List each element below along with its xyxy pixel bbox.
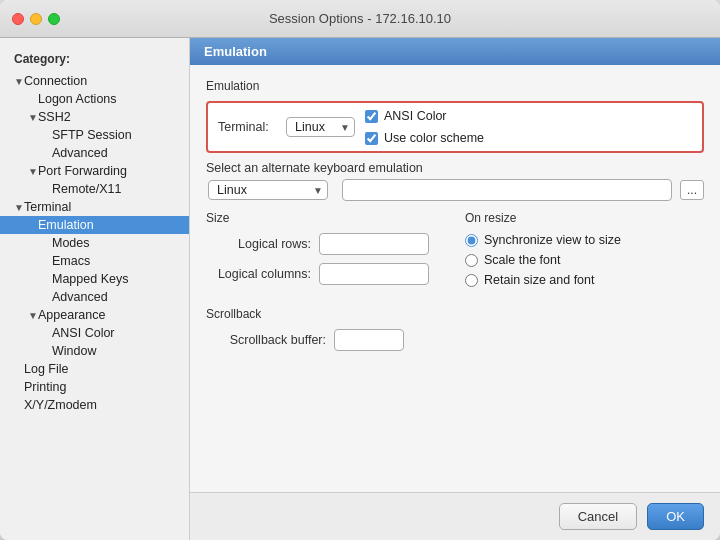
ok-button[interactable]: OK — [647, 503, 704, 530]
panel-header: Emulation — [190, 38, 720, 65]
triangle-remote — [42, 184, 52, 195]
triangle-emacs — [42, 256, 52, 267]
sidebar-item-emulation[interactable]: Emulation — [0, 216, 189, 234]
terminal-options-group: Terminal: Linux VT100 VT220 xterm ▼ — [206, 101, 704, 153]
scale-font-radio[interactable] — [465, 254, 478, 267]
sidebar-label-port-forwarding: Port Forwarding — [38, 164, 189, 178]
triangle-log — [14, 364, 24, 375]
sidebar-item-port-forwarding[interactable]: ▼ Port Forwarding — [0, 162, 189, 180]
color-options: ANSI Color Use color scheme — [365, 109, 484, 145]
triangle-window — [42, 346, 52, 357]
sidebar-item-mapped-keys[interactable]: Mapped Keys — [0, 270, 189, 288]
size-onresize-section: Size Logical rows: 24 Logical columns: 8… — [206, 211, 704, 293]
sidebar-item-sftp[interactable]: SFTP Session — [0, 126, 189, 144]
triangle-ssh2: ▼ — [28, 112, 38, 123]
alt-keyboard-label: Select an alternate keyboard emulation — [206, 161, 423, 175]
logical-rows-input[interactable]: 24 — [319, 233, 429, 255]
use-color-scheme-row: Use color scheme — [365, 131, 484, 145]
logical-cols-input[interactable]: 80 — [319, 263, 429, 285]
on-resize-section: On resize Synchronize view to size Scale… — [465, 211, 704, 293]
size-section: Size Logical rows: 24 Logical columns: 8… — [206, 211, 445, 293]
ansi-color-row: ANSI Color — [365, 109, 484, 123]
sidebar-item-window[interactable]: Window — [0, 342, 189, 360]
scale-font-radio-label: Scale the font — [484, 253, 560, 267]
alt-keyboard-select-row: Linux VT220 ▼ ... — [208, 179, 704, 201]
ansi-color-checkbox[interactable] — [365, 110, 378, 123]
sidebar-item-emacs[interactable]: Emacs — [0, 252, 189, 270]
retain-size-radio-label: Retain size and font — [484, 273, 595, 287]
triangle-appearance: ▼ — [28, 310, 38, 321]
triangle-ansi — [42, 328, 52, 339]
ansi-color-label: ANSI Color — [384, 109, 447, 123]
sync-view-radio-label: Synchronize view to size — [484, 233, 621, 247]
triangle-mapped — [42, 274, 52, 285]
sidebar-item-xyzmodem[interactable]: X/Y/Zmodem — [0, 396, 189, 414]
sync-view-radio[interactable] — [465, 234, 478, 247]
sidebar-item-log-file[interactable]: Log File — [0, 360, 189, 378]
logical-cols-label: Logical columns: — [206, 267, 311, 281]
retain-size-radio[interactable] — [465, 274, 478, 287]
logical-rows-label: Logical rows: — [206, 237, 311, 251]
terminal-select-wrap: Linux VT100 VT220 xterm ▼ — [286, 117, 355, 137]
sidebar-item-ssh2[interactable]: ▼ SSH2 — [0, 108, 189, 126]
sidebar-label-log-file: Log File — [24, 362, 189, 376]
sidebar-item-connection[interactable]: ▼ Connection — [0, 72, 189, 90]
maximize-button[interactable] — [48, 13, 60, 25]
use-color-scheme-checkbox[interactable] — [365, 132, 378, 145]
sidebar-label-advanced-ssh: Advanced — [52, 146, 189, 160]
triangle-pf: ▼ — [28, 166, 38, 177]
on-resize-label: On resize — [465, 211, 704, 225]
triangle-printing — [14, 382, 24, 393]
sidebar-label-appearance: Appearance — [38, 308, 189, 322]
emulation-section-label: Emulation — [206, 79, 704, 93]
cancel-button[interactable]: Cancel — [559, 503, 637, 530]
minimize-button[interactable] — [30, 13, 42, 25]
sidebar-item-appearance[interactable]: ▼ Appearance — [0, 306, 189, 324]
use-color-scheme-label: Use color scheme — [384, 131, 484, 145]
scrollback-buffer-input[interactable]: 500 — [334, 329, 404, 351]
alt-keyboard-text-input[interactable] — [342, 179, 672, 201]
sidebar-item-advanced-ssh[interactable]: Advanced — [0, 144, 189, 162]
sidebar-item-logon-actions[interactable]: Logon Actions — [0, 90, 189, 108]
alt-keyboard-select-wrap: Linux VT220 ▼ — [208, 180, 328, 200]
triangle-terminal: ▼ — [14, 202, 24, 213]
main-panel: Emulation Emulation Terminal: Linux VT10… — [190, 38, 720, 540]
sidebar-item-ansi-color[interactable]: ANSI Color — [0, 324, 189, 342]
logical-rows-row: Logical rows: 24 — [206, 233, 445, 255]
sidebar-label-modes: Modes — [52, 236, 189, 250]
sidebar-label-connection: Connection — [24, 74, 189, 88]
sidebar-label-printing: Printing — [24, 380, 189, 394]
traffic-lights — [12, 13, 60, 25]
sidebar-item-modes[interactable]: Modes — [0, 234, 189, 252]
triangle-sftp — [42, 130, 52, 141]
sidebar-label-sftp: SFTP Session — [52, 128, 189, 142]
scale-font-row: Scale the font — [465, 253, 704, 267]
triangle-xyzmodem — [14, 400, 24, 411]
scrollback-label: Scrollback — [206, 307, 704, 321]
sidebar-item-terminal[interactable]: ▼ Terminal — [0, 198, 189, 216]
sidebar-item-advanced-terminal[interactable]: Advanced — [0, 288, 189, 306]
sidebar-label-advanced-terminal: Advanced — [52, 290, 189, 304]
window-title: Session Options - 172.16.10.10 — [269, 11, 451, 26]
ellipsis-button[interactable]: ... — [680, 180, 704, 200]
size-label: Size — [206, 211, 445, 225]
sidebar-header: Category: — [0, 48, 189, 72]
sidebar-label-ansi-color: ANSI Color — [52, 326, 189, 340]
sidebar-label-window: Window — [52, 344, 189, 358]
panel-body: Emulation Terminal: Linux VT100 VT220 xt… — [190, 65, 720, 492]
sidebar-label-mapped-keys: Mapped Keys — [52, 272, 189, 286]
sidebar-label-logon-actions: Logon Actions — [38, 92, 189, 106]
terminal-label: Terminal: — [218, 120, 276, 134]
sidebar-label-terminal: Terminal — [24, 200, 189, 214]
alt-keyboard-select[interactable]: Linux VT220 — [208, 180, 328, 200]
close-button[interactable] — [12, 13, 24, 25]
scrollback-section: Scrollback Scrollback buffer: 500 — [206, 307, 704, 351]
sidebar-label-emacs: Emacs — [52, 254, 189, 268]
scrollback-buffer-row: Scrollback buffer: 500 — [206, 329, 704, 351]
triangle-connection: ▼ — [14, 76, 24, 87]
sidebar-item-printing[interactable]: Printing — [0, 378, 189, 396]
triangle-emulation — [28, 220, 38, 231]
terminal-select[interactable]: Linux VT100 VT220 xterm — [286, 117, 355, 137]
content-area: Category: ▼ Connection Logon Actions ▼ S… — [0, 38, 720, 540]
sidebar-item-remote-x11[interactable]: Remote/X11 — [0, 180, 189, 198]
